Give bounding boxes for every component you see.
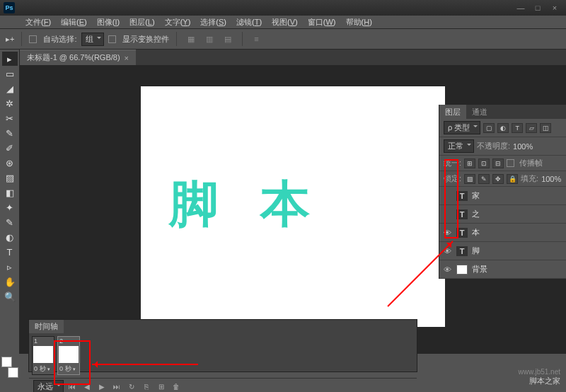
- canvas[interactable]: 脚 本: [141, 86, 445, 327]
- layer-name[interactable]: 本: [472, 227, 480, 238]
- gradient-tool[interactable]: ✦: [2, 200, 18, 214]
- timeline-tab[interactable]: 时间轴: [29, 320, 64, 333]
- move-tool[interactable]: ▸: [2, 52, 18, 66]
- auto-select-dropdown[interactable]: 组: [81, 33, 104, 46]
- show-transform-label: 显示变换控件: [122, 34, 169, 45]
- annotation-box: [54, 340, 91, 385]
- minimize-button[interactable]: —: [513, 2, 529, 13]
- brush-tool[interactable]: ✐: [2, 141, 18, 155]
- opacity-label: 不透明度:: [477, 141, 510, 151]
- background-layer-icon: [456, 265, 468, 275]
- menu-filter[interactable]: 滤镜(T): [232, 16, 266, 29]
- frame-thumbnail: [33, 346, 53, 363]
- tab-channels[interactable]: 通道: [466, 105, 493, 119]
- menu-type[interactable]: 文字(Y): [161, 16, 195, 29]
- type-layer-icon: T: [456, 246, 468, 256]
- close-window-button[interactable]: ×: [547, 2, 562, 13]
- toolbox: ▸ ▭ ◢ ✲ ✂ ✎ ✐ ⊛ ▨ ◧ ✦ ✎ ◐ T ▹ ✋ 🔍: [0, 50, 20, 354]
- menu-window[interactable]: 窗口(W): [304, 16, 340, 29]
- watermark-url: www.jb51.net: [519, 368, 560, 376]
- new-frame-button[interactable]: ⊞: [155, 382, 168, 392]
- unify-style-icon[interactable]: ⊟: [492, 158, 504, 168]
- duplicate-frame-button[interactable]: ⎘: [140, 382, 153, 392]
- menu-layer[interactable]: 图层(L): [125, 16, 158, 29]
- move-tool-icon: ▸+: [6, 35, 14, 44]
- menu-bar: 文件(F) 编辑(E) 图像(I) 图层(L) 文字(Y) 选择(S) 滤镜(T…: [0, 16, 566, 28]
- canvas-text-content: 脚 本: [169, 171, 324, 238]
- layer-row[interactable]: 👁 背景: [439, 260, 566, 279]
- layer-name[interactable]: 之: [472, 209, 480, 219]
- menu-help[interactable]: 帮助(H): [342, 16, 376, 29]
- filter-smart-icon[interactable]: ◫: [540, 123, 551, 133]
- tween-button[interactable]: ↻: [125, 382, 138, 392]
- layer-name[interactable]: 背景: [472, 264, 487, 275]
- stamp-tool[interactable]: ⊛: [2, 156, 18, 170]
- menu-edit[interactable]: 编辑(E): [57, 16, 91, 29]
- play-button[interactable]: ▶: [96, 382, 108, 392]
- wand-tool[interactable]: ✲: [2, 96, 18, 110]
- tab-layers[interactable]: 图层: [439, 105, 466, 119]
- menu-select[interactable]: 选择(S): [196, 16, 231, 29]
- document-tabs: 未标题-1 @ 66.7%(RGB/8) ×: [20, 50, 566, 65]
- opacity-value[interactable]: 100%: [513, 142, 533, 151]
- timeline-frame[interactable]: 1 0 秒: [32, 336, 54, 375]
- fill-label: 填充:: [521, 173, 538, 184]
- layer-name[interactable]: 脚: [472, 246, 480, 256]
- frame-number: 1: [33, 337, 54, 345]
- annotation-arrow: [92, 364, 198, 365]
- layer-kind-dropdown[interactable]: ρ 类型: [444, 121, 480, 134]
- delete-frame-button[interactable]: 🗑: [170, 382, 183, 392]
- color-swatches[interactable]: [1, 357, 18, 378]
- frame-delay[interactable]: 0 秒: [33, 364, 54, 374]
- unify-visibility-icon[interactable]: ⊡: [478, 158, 490, 168]
- document-tab[interactable]: 未标题-1 @ 66.7%(RGB/8) ×: [20, 50, 136, 65]
- close-tab-icon[interactable]: ×: [125, 54, 129, 62]
- path-tool[interactable]: ▹: [2, 260, 18, 274]
- blend-mode-dropdown[interactable]: 正常: [444, 139, 474, 153]
- lock-all-icon[interactable]: 🔒: [507, 174, 518, 184]
- hand-tool[interactable]: ✋: [2, 275, 18, 289]
- filter-type-icon[interactable]: T: [512, 123, 523, 133]
- history-brush-tool[interactable]: ▨: [2, 171, 18, 185]
- filter-pixel-icon[interactable]: ▢: [483, 123, 495, 133]
- maximize-button[interactable]: □: [530, 2, 545, 13]
- fill-value[interactable]: 100%: [541, 175, 561, 183]
- lock-position-icon[interactable]: ✥: [492, 174, 504, 184]
- title-bar: Ps — □ ×: [0, 0, 566, 16]
- distribute-button[interactable]: ≡: [250, 32, 264, 46]
- marquee-tool[interactable]: ▭: [2, 67, 18, 81]
- document-tab-label: 未标题-1 @ 66.7%(RGB/8): [27, 52, 120, 63]
- lock-transparent-icon[interactable]: ▨: [464, 174, 475, 184]
- show-transform-checkbox[interactable]: [108, 35, 116, 43]
- eyedropper-tool[interactable]: ✎: [2, 126, 18, 140]
- align-button[interactable]: ▦: [184, 32, 198, 46]
- eraser-tool[interactable]: ◧: [2, 185, 18, 200]
- filter-shape-icon[interactable]: ▱: [526, 123, 537, 133]
- next-frame-button[interactable]: ⏭: [110, 382, 123, 392]
- auto-select-label: 自动选择:: [43, 34, 76, 45]
- menu-file[interactable]: 文件(F): [21, 16, 55, 29]
- annotation-box: [444, 159, 458, 238]
- watermark-text: 脚本之家: [519, 376, 560, 386]
- foreground-color[interactable]: [1, 357, 12, 367]
- blur-tool[interactable]: ✎: [2, 215, 18, 229]
- unify-position-icon[interactable]: ⊞: [464, 158, 475, 168]
- menu-view[interactable]: 视图(V): [267, 16, 302, 29]
- layer-name[interactable]: 家: [472, 190, 480, 201]
- align-button[interactable]: ▤: [221, 32, 235, 46]
- layer-row[interactable]: 👁 T 脚: [439, 242, 566, 260]
- propagate-checkbox[interactable]: [507, 159, 514, 167]
- align-button[interactable]: ▥: [202, 32, 216, 46]
- crop-tool[interactable]: ✂: [2, 111, 18, 125]
- visibility-toggle[interactable]: 👁: [442, 265, 452, 275]
- auto-select-checkbox[interactable]: [29, 35, 37, 43]
- background-color[interactable]: [8, 367, 18, 378]
- type-tool[interactable]: T: [2, 245, 18, 259]
- filter-adjust-icon[interactable]: ◐: [497, 123, 509, 133]
- zoom-tool[interactable]: 🔍: [2, 289, 18, 304]
- options-bar: ▸+ 自动选择: 组 显示变换控件 ▦ ▥ ▤ ≡: [0, 28, 566, 50]
- lock-brush-icon[interactable]: ✎: [478, 174, 490, 184]
- lasso-tool[interactable]: ◢: [2, 81, 18, 96]
- menu-image[interactable]: 图像(I): [93, 16, 124, 29]
- dodge-tool[interactable]: ◐: [2, 230, 18, 244]
